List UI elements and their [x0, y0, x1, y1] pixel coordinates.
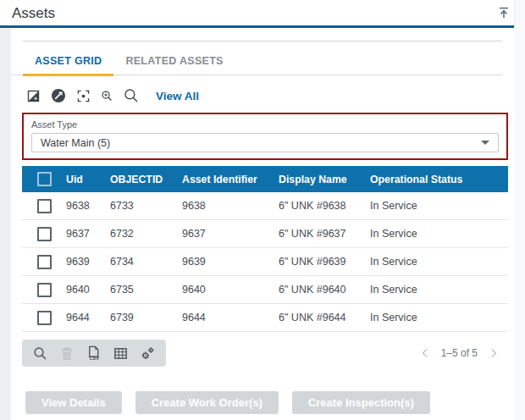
column-header-asset-identifier[interactable]: Asset Identifier	[175, 174, 272, 185]
row-checkbox[interactable]	[37, 199, 52, 213]
column-header-display-name[interactable]: Display Name	[272, 174, 363, 185]
row-checkbox-cell	[22, 283, 59, 297]
cell-objectid: 6735	[103, 284, 175, 296]
select-all-checkbox[interactable]	[37, 172, 52, 186]
cell-uid: 9644	[59, 312, 103, 323]
asset-type-label: Asset Type	[31, 119, 499, 130]
row-checkbox-cell	[22, 311, 59, 325]
row-checkbox[interactable]	[37, 255, 52, 269]
cell-display-name: 6" UNK #9639	[272, 256, 363, 268]
page-range-label: 1–5 of 5	[441, 347, 478, 359]
previous-page-icon[interactable]	[419, 347, 431, 359]
asset-type-selected-value: Water Main (5)	[41, 137, 110, 149]
row-checkbox[interactable]	[37, 227, 52, 241]
table-columns-icon[interactable]	[113, 346, 128, 361]
cell-uid: 9640	[59, 284, 103, 296]
delete-icon	[60, 346, 74, 361]
panel-titlebar: Assets	[0, 0, 525, 25]
cell-objectid: 6732	[103, 228, 175, 240]
divider	[23, 41, 502, 41]
pagination: 1–5 of 5	[419, 347, 500, 359]
view-details-button[interactable]: View Details	[25, 391, 122, 414]
asset-type-filter: Asset Type Water Main (5)	[22, 113, 508, 160]
invert-selection-icon[interactable]	[27, 90, 40, 102]
header-checkbox-cell	[22, 172, 59, 186]
collapse-panel-icon[interactable]	[497, 6, 511, 19]
table-row[interactable]: 9637673296376" UNK #9637In Service	[22, 220, 508, 248]
page-title: Assets	[0, 0, 525, 26]
cell-operational-status: In Service	[363, 312, 508, 323]
svg-text:CSV: CSV	[89, 356, 99, 361]
row-checkbox[interactable]	[37, 283, 52, 297]
action-buttons: View Details Create Work Order(s) Create…	[25, 391, 515, 414]
export-csv-icon[interactable]: CSV	[86, 345, 101, 361]
cell-operational-status: In Service	[363, 256, 508, 268]
settings-gears-icon[interactable]	[141, 346, 155, 361]
next-page-icon[interactable]	[488, 347, 500, 359]
panel-left-margin	[0, 28, 11, 420]
column-header-operational-status[interactable]: Operational Status	[363, 174, 508, 185]
cell-display-name: 6" UNK #9638	[272, 200, 363, 212]
cell-display-name: 6" UNK #9637	[272, 228, 363, 240]
column-header-uid[interactable]: Uid	[59, 174, 103, 185]
cell-uid: 9637	[59, 228, 103, 240]
cell-display-name: 6" UNK #9644	[272, 312, 363, 323]
zoom-in-icon[interactable]	[101, 90, 113, 102]
row-checkbox[interactable]	[37, 311, 52, 325]
panel-content: ASSET GRID RELATED ASSETS	[11, 28, 515, 420]
cell-uid: 9638	[59, 200, 103, 212]
view-all-link[interactable]: View All	[156, 90, 199, 102]
cell-asset-identifier: 9644	[175, 312, 272, 323]
clear-selection-icon[interactable]	[51, 88, 66, 103]
column-header-objectid[interactable]: OBJECTID	[103, 174, 175, 185]
row-checkbox-cell	[22, 199, 59, 213]
table-body: 9638673396386" UNK #9638In Service963767…	[22, 192, 508, 332]
table-row[interactable]: 9640673596406" UNK #9640In Service	[22, 276, 508, 304]
cell-asset-identifier: 9640	[175, 284, 272, 296]
cell-asset-identifier: 9639	[175, 256, 272, 268]
cell-asset-identifier: 9637	[175, 228, 272, 240]
create-inspection-button[interactable]: Create Inspection(s)	[292, 391, 430, 414]
asset-type-select[interactable]: Water Main (5)	[31, 133, 499, 152]
create-work-order-button[interactable]: Create Work Order(s)	[135, 391, 279, 414]
scrollbar-track[interactable]	[514, 0, 525, 420]
table-row[interactable]: 9638673396386" UNK #9638In Service	[22, 192, 508, 220]
tab-related-assets[interactable]: RELATED ASSETS	[113, 52, 235, 75]
table-row[interactable]: 9644673996446" UNK #9644In Service	[22, 304, 508, 332]
table-header-row: UidOBJECTIDAsset IdentifierDisplay NameO…	[22, 166, 508, 192]
table-row[interactable]: 9639673496396" UNK #9639In Service	[22, 248, 508, 276]
table-footer: CSV	[22, 340, 500, 367]
grid-toolbar: CSV	[22, 340, 166, 367]
tab-bar: ASSET GRID RELATED ASSETS	[11, 52, 502, 75]
cell-operational-status: In Service	[363, 228, 508, 240]
grid-search-icon[interactable]	[33, 346, 47, 361]
search-icon[interactable]	[124, 88, 139, 103]
cell-objectid: 6739	[103, 312, 175, 323]
row-checkbox-cell	[22, 227, 59, 241]
assets-panel: Assets ASSET GRID RELATED ASSETS	[0, 0, 525, 420]
cell-operational-status: In Service	[363, 284, 508, 296]
row-checkbox-cell	[22, 255, 59, 269]
cell-display-name: 6" UNK #9640	[272, 284, 363, 296]
map-toolbar: View All	[27, 86, 515, 106]
chevron-down-icon	[481, 141, 489, 145]
cell-uid: 9639	[59, 256, 103, 268]
asset-table: UidOBJECTIDAsset IdentifierDisplay NameO…	[22, 166, 508, 332]
cell-operational-status: In Service	[363, 200, 508, 212]
cell-asset-identifier: 9638	[175, 200, 272, 212]
zoom-to-selection-icon[interactable]	[77, 90, 90, 102]
tab-asset-grid[interactable]: ASSET GRID	[23, 52, 113, 75]
cell-objectid: 6733	[103, 200, 175, 212]
cell-objectid: 6734	[103, 256, 175, 268]
